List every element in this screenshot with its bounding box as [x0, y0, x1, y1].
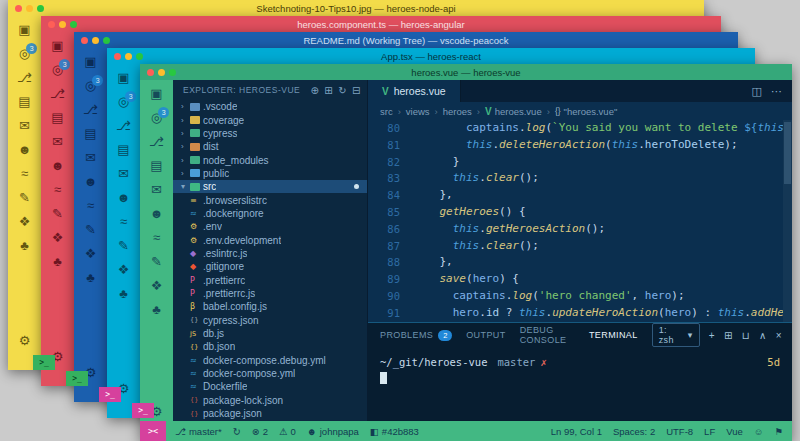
remote-indicator[interactable]: >_	[33, 355, 55, 370]
tree-item-coverage[interactable]: ›coverage	[173, 113, 367, 126]
chat-icon[interactable]: ✉	[19, 119, 30, 143]
zoom-button[interactable]	[103, 37, 110, 44]
tree-item-vscode[interactable]: ›.vscode	[173, 100, 367, 113]
source-control-icon[interactable]: ⎇	[149, 135, 164, 159]
collapse-folders-icon[interactable]: ⊟	[352, 85, 361, 96]
code-line[interactable]: 84 },	[368, 187, 783, 204]
minimize-button[interactable]	[125, 53, 132, 60]
new-folder-icon[interactable]: ⊞	[324, 85, 333, 96]
close-button[interactable]	[81, 37, 88, 44]
docker-icon[interactable]: ≈	[153, 231, 160, 255]
source-control-icon[interactable]: ⎇	[83, 103, 98, 127]
extensions-icon[interactable]: ▤	[117, 143, 129, 167]
code-line[interactable]: 81 this.deleteHeroAction(this.heroToDele…	[368, 137, 783, 154]
azure-icon[interactable]: ◎3	[19, 47, 30, 71]
code-line[interactable]: 87 this.clear();	[368, 238, 783, 255]
tree-item-prettierrc-js[interactable]: P.prettierrc.js	[173, 287, 367, 300]
feedback-status[interactable]: ☺	[754, 426, 764, 437]
account-status[interactable]: ☻johnpapa	[307, 426, 359, 437]
close-button[interactable]	[114, 53, 121, 60]
panel-tab-terminal[interactable]: TERMINAL	[589, 330, 638, 340]
breadcrumb-item[interactable]: {}"heroes.vue"	[555, 106, 617, 117]
plant-icon[interactable]: ♣	[53, 255, 62, 279]
plant-icon[interactable]: ♣	[20, 239, 29, 263]
terminal-shell-select[interactable]: 1: zsh ▾	[652, 323, 700, 347]
remote-indicator[interactable]: >_	[99, 387, 121, 402]
edit-icon[interactable]: ✎	[52, 207, 63, 231]
tree-item-node-modules[interactable]: ›node_modules	[173, 153, 367, 166]
breadcrumb-item[interactable]: heroes	[443, 106, 472, 117]
tab-heroes-vue[interactable]: V heroes.vue	[368, 80, 461, 102]
close-button[interactable]	[147, 69, 154, 76]
tree-item-public[interactable]: ›public	[173, 167, 367, 180]
chat-icon[interactable]: ✉	[85, 151, 96, 175]
panel-tab-output[interactable]: OUTPUT	[466, 330, 505, 340]
indentation-status[interactable]: Spaces: 2	[613, 426, 655, 437]
title-bar[interactable]: heroes.component.ts — heroes-angular	[41, 16, 721, 32]
zoom-button[interactable]	[70, 21, 77, 28]
git-branch-status[interactable]: ⎇master*	[175, 426, 222, 437]
title-bar[interactable]: App.tsx — heroes-react	[107, 48, 755, 64]
plant-icon[interactable]: ♣	[152, 303, 161, 327]
code-line[interactable]: 89 save(hero) {	[368, 271, 783, 288]
cursor-position-status[interactable]: Ln 99, Col 1	[551, 426, 602, 437]
tree-item-package-lock-json[interactable]: {}package-lock.json	[173, 394, 367, 407]
window-heroes-vue[interactable]: heroes.vue — heroes-vue ▣◎3⎇▤✉☻≈✎❖♣⚙ EXP…	[140, 64, 792, 441]
tree-item-docker-compose-debug-yml[interactable]: ≈docker-compose.debug.yml	[173, 354, 367, 367]
language-mode-status[interactable]: Vue	[726, 426, 743, 437]
breadcrumb-item[interactable]: views	[406, 106, 430, 117]
azure-icon[interactable]: ◎3	[85, 79, 96, 103]
kill-terminal-icon[interactable]: ⊔	[742, 330, 750, 341]
edit-icon[interactable]: ✎	[19, 191, 30, 215]
editor-scrollbar[interactable]	[783, 120, 792, 322]
close-button[interactable]	[48, 21, 55, 28]
chat-icon[interactable]: ✉	[52, 135, 63, 159]
grid-icon[interactable]: ❖	[85, 247, 97, 271]
chat-icon[interactable]: ✉	[118, 167, 129, 191]
tree-item-src[interactable]: ▾src	[173, 180, 367, 193]
new-terminal-icon[interactable]: +	[709, 330, 715, 341]
remote-indicator[interactable]: ><	[140, 421, 166, 441]
docker-icon[interactable]: ≈	[120, 215, 127, 239]
docker-icon[interactable]: ≈	[21, 167, 28, 191]
title-bar[interactable]: Sketchnoting-10-Tips10.jpg — heroes-node…	[8, 0, 704, 16]
sync-status[interactable]: ↻	[233, 426, 241, 437]
code-line[interactable]: 91 hero.id ? this.updateHeroAction(hero)…	[368, 305, 783, 322]
code-line[interactable]: 88 },	[368, 254, 783, 271]
remote-indicator[interactable]: >_	[66, 371, 88, 386]
terminal[interactable]: ~/_git/heroes-vue master ✗ 5d	[368, 347, 792, 384]
breadcrumb-item[interactable]: src	[380, 106, 393, 117]
source-control-icon[interactable]: ⎇	[50, 87, 65, 111]
grid-icon[interactable]: ❖	[52, 231, 64, 255]
zoom-button[interactable]	[169, 69, 176, 76]
github-icon[interactable]: ☻	[84, 175, 98, 199]
zoom-button[interactable]	[37, 5, 44, 12]
split-editor-icon[interactable]: ◫	[752, 85, 762, 98]
tree-item-dockerignore[interactable]: ≈.dockerignore	[173, 207, 367, 220]
extensions-icon[interactable]: ▤	[51, 111, 63, 135]
extensions-icon[interactable]: ▤	[18, 95, 30, 119]
grid-icon[interactable]: ❖	[118, 263, 130, 287]
edit-icon[interactable]: ✎	[151, 255, 162, 279]
code-editor[interactable]: 80 captains.log(`You said you want to de…	[368, 120, 783, 322]
github-icon[interactable]: ☻	[117, 191, 131, 215]
minimize-button[interactable]	[158, 69, 165, 76]
github-icon[interactable]: ☻	[18, 143, 32, 167]
tree-item-db-json[interactable]: {}db.json	[173, 340, 367, 353]
tree-item-db-js[interactable]: JSdb.js	[173, 327, 367, 340]
edit-icon[interactable]: ✎	[85, 223, 96, 247]
tree-item-cypress[interactable]: ›cypress	[173, 127, 367, 140]
docker-icon[interactable]: ≈	[54, 183, 61, 207]
edit-icon[interactable]: ✎	[118, 239, 129, 263]
grid-icon[interactable]: ❖	[151, 279, 163, 303]
azure-icon[interactable]: ◎3	[52, 63, 63, 87]
github-icon[interactable]: ☻	[150, 207, 164, 231]
source-control-icon[interactable]: ⎇	[17, 71, 32, 95]
peacock-color-status[interactable]: ◧#42b883	[370, 426, 419, 437]
chat-icon[interactable]: ✉	[151, 183, 162, 207]
grid-icon[interactable]: ❖	[19, 215, 31, 239]
warnings-status[interactable]: ⚠0	[279, 426, 296, 437]
extensions-icon[interactable]: ▤	[150, 159, 162, 183]
extensions-icon[interactable]: ▤	[84, 127, 96, 151]
tree-item-dist[interactable]: ›dist	[173, 140, 367, 153]
